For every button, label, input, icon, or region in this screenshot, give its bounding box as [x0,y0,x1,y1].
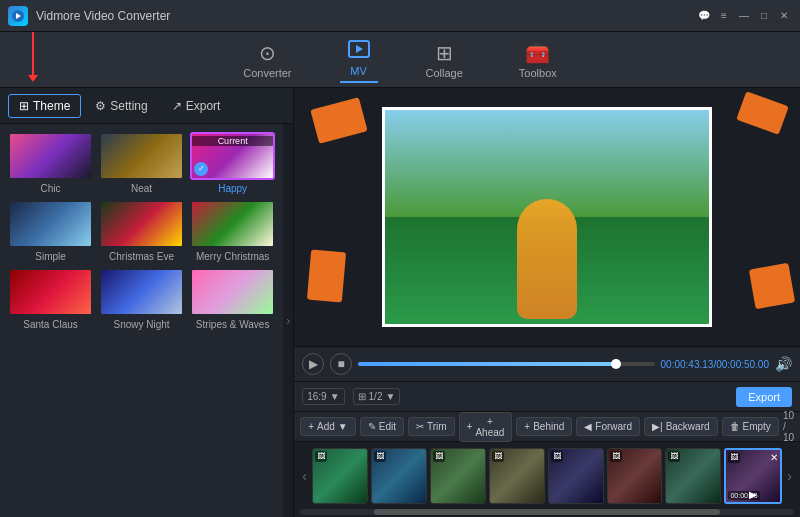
clip-8-icon: 🖼 [728,452,740,463]
timeline-left-arrow[interactable]: ‹ [300,466,309,486]
theme-simple[interactable]: Simple [8,200,93,262]
ahead-icon: + [467,421,473,432]
nav-toolbox[interactable]: 🧰 Toolbox [511,37,565,83]
ahead-button[interactable]: + + Ahead [459,412,513,442]
theme-grid: Chic Neat Current ✓ Happy [0,124,283,517]
sub-tabs: ⊞ Theme ⚙ Setting ↗ Export [0,88,293,124]
minimize-button[interactable]: — [736,8,752,24]
theme-stripes-waves[interactable]: Stripes & Waves [190,268,275,330]
deco-orange-topleft [310,97,367,144]
add-button[interactable]: + Add ▼ [300,417,356,436]
current-badge: Current [192,136,273,146]
red-arrow-indicator [32,32,34,76]
video-preview [294,88,800,346]
theme-merry-christmas[interactable]: Merry Christmas [190,200,275,262]
nav-converter[interactable]: ⊙ Converter [235,37,299,83]
theme-happy[interactable]: Current ✓ Happy [190,132,275,194]
scroll-down-arrow[interactable]: › [286,314,290,328]
theme-tab-label: Theme [33,99,70,113]
backward-label: Backward [666,421,710,432]
svg-marker-3 [356,45,363,53]
aspect-ratio-chevron: ▼ [330,391,340,402]
clip-7-icon: 🖼 [668,451,680,462]
chat-icon[interactable]: 💬 [696,8,712,24]
clip-2[interactable]: 🖼 [371,448,427,504]
fraction-chevron: ▼ [385,391,395,402]
fraction-select[interactable]: ⊞ 1/2 ▼ [353,388,401,405]
clip-6-icon: 🖼 [610,451,622,462]
backward-button[interactable]: ▶| Backward [644,417,718,436]
nav-toolbox-label: Toolbox [519,67,557,79]
theme-snowy-night-label: Snowy Night [114,319,170,330]
converter-icon: ⊙ [259,41,276,65]
clip-6[interactable]: 🖼 [607,448,663,504]
behind-label: Behind [533,421,564,432]
clip-4-icon: 🖼 [492,451,504,462]
export-tab-label: Export [186,99,221,113]
edit-label: Edit [379,421,396,432]
forward-button[interactable]: ◀ Forward [576,417,640,436]
nav-mv[interactable]: MV [340,36,378,83]
theme-christmas-eve[interactable]: Christmas Eve [99,200,184,262]
deco-orange-bottomleft [307,250,346,303]
clip-8[interactable]: 🖼 00:00:05 ✕ ▶ [724,448,782,504]
nav-collage-label: Collage [426,67,463,79]
timeline-scrollbar-thumb [374,509,720,515]
empty-button[interactable]: 🗑 Empty [722,417,779,436]
trim-label: Trim [427,421,447,432]
video-frame-inner [385,110,709,324]
clip-2-icon: 🖼 [374,451,386,462]
tab-theme[interactable]: ⊞ Theme [8,94,81,118]
tab-export[interactable]: ↗ Export [162,95,231,117]
edit-button[interactable]: ✎ Edit [360,417,404,436]
video-person [517,199,577,319]
theme-chic[interactable]: Chic [8,132,93,194]
controls-bar: ▶ ■ 00:00:43.13/00:00:50.00 🔊 [294,346,800,382]
main-layout: ⊞ Theme ⚙ Setting ↗ Export Chic [0,88,800,517]
clip-3-icon: 🖼 [433,451,445,462]
timeline-scrollbar[interactable] [300,509,794,515]
forward-icon: ◀ [584,421,592,432]
clip-5[interactable]: 🖼 [548,448,604,504]
timeline-track: ‹ 🖼 🖼 🖼 🖼 [294,442,800,509]
trim-button[interactable]: ✂ Trim [408,417,455,436]
theme-snowy-night[interactable]: Snowy Night [99,268,184,330]
clip-1[interactable]: 🖼 [312,448,368,504]
clip-7[interactable]: 🖼 [665,448,721,504]
clip-1-icon: 🖼 [315,451,327,462]
export-button[interactable]: Export [736,387,792,407]
volume-icon[interactable]: 🔊 [775,356,792,372]
empty-label: Empty [743,421,771,432]
export-tab-icon: ↗ [172,99,182,113]
behind-button[interactable]: + Behind [516,417,572,436]
clip-4[interactable]: 🖼 [489,448,545,504]
play-button[interactable]: ▶ [302,353,324,375]
timeline: + Add ▼ ✎ Edit ✂ Trim + + Ahead + [294,412,800,517]
progress-track[interactable] [358,362,654,366]
nav-collage[interactable]: ⊞ Collage [418,37,471,83]
forward-label: Forward [595,421,632,432]
tab-setting[interactable]: ⚙ Setting [85,95,157,117]
app-logo [8,6,28,26]
close-button[interactable]: ✕ [776,8,792,24]
video-frame [382,107,712,327]
empty-icon: 🗑 [730,421,740,432]
timeline-right-arrow[interactable]: › [785,466,794,486]
clip-8-delete[interactable]: ✕ [770,452,778,463]
theme-chic-label: Chic [41,183,61,194]
behind-icon: + [524,421,530,432]
maximize-button[interactable]: □ [756,8,772,24]
title-bar: Vidmore Video Converter 💬 ≡ — □ ✕ [0,0,800,32]
aspect-ratio-select[interactable]: 16:9 ▼ [302,388,344,405]
theme-neat[interactable]: Neat [99,132,184,194]
progress-thumb [611,359,621,369]
app-title: Vidmore Video Converter [36,9,696,23]
deco-orange-topright [736,91,789,135]
theme-happy-label: Happy [218,183,247,194]
theme-santa-claus[interactable]: Santa Claus [8,268,93,330]
ahead-label: + Ahead [475,416,504,438]
clip-3[interactable]: 🖼 [430,448,486,504]
menu-icon[interactable]: ≡ [716,8,732,24]
left-panel: ⊞ Theme ⚙ Setting ↗ Export Chic [0,88,294,517]
stop-button[interactable]: ■ [330,353,352,375]
